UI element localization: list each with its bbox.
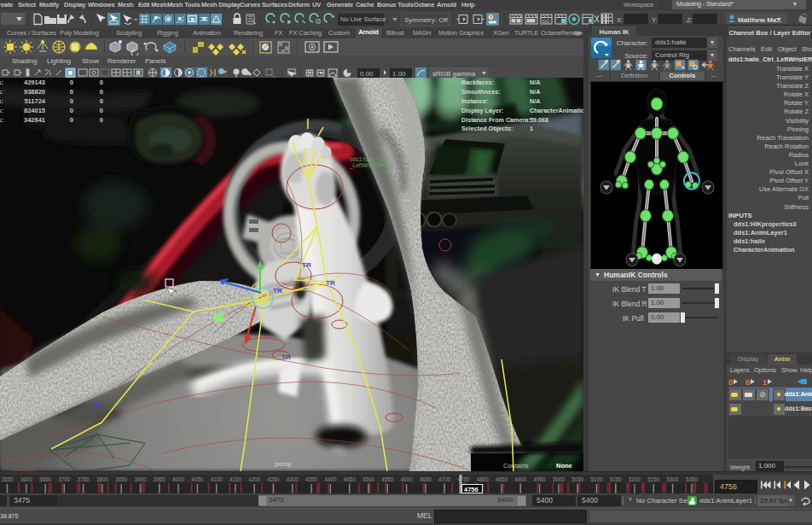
svg-text:5050: 5050: [571, 476, 584, 482]
svg-text:5000: 5000: [553, 476, 566, 482]
svg-text:3550: 3550: [1, 476, 14, 482]
svg-text:4600: 4600: [401, 476, 414, 482]
svg-text:0: 0: [728, 378, 733, 387]
svg-text:1.00: 1.00: [392, 70, 406, 78]
svg-text:3650: 3650: [39, 476, 52, 482]
svg-text:5150: 5150: [610, 476, 623, 482]
svg-text:3900: 3900: [134, 476, 147, 482]
svg-text:Y:: Y:: [652, 16, 658, 24]
svg-text:No Live Surface: No Live Surface: [340, 15, 386, 23]
svg-text:1: 1: [763, 378, 767, 387]
svg-text:4950: 4950: [534, 476, 547, 482]
svg-text:_LeftWristEffector: _LeftWristEffector: [349, 162, 394, 169]
svg-text:5250: 5250: [647, 476, 660, 482]
svg-text:4100: 4100: [211, 476, 223, 482]
svg-text:4900: 4900: [514, 476, 527, 482]
svg-text:4350: 4350: [305, 476, 318, 482]
svg-text:4850: 4850: [496, 476, 508, 482]
svg-text:Z:: Z:: [687, 16, 693, 24]
svg-text:4000: 4000: [172, 476, 185, 482]
svg-text:Symmetry: Off: Symmetry: Off: [404, 16, 449, 24]
svg-text:4300: 4300: [287, 476, 299, 482]
svg-text:X:: X:: [617, 16, 624, 24]
svg-text:3950: 3950: [154, 476, 166, 482]
svg-text:5300: 5300: [667, 476, 680, 482]
svg-text:DG: DG: [542, 19, 549, 24]
svg-text:TR: TR: [302, 261, 311, 269]
svg-text:4250: 4250: [267, 476, 280, 482]
svg-text:4450: 4450: [344, 476, 357, 482]
svg-text:Matthew Ma...: Matthew Ma...: [738, 16, 782, 24]
svg-text:4200: 4200: [248, 476, 261, 482]
svg-text:3700: 3700: [58, 476, 71, 482]
svg-text:TR: TR: [92, 401, 102, 409]
svg-text:5350: 5350: [686, 476, 699, 482]
svg-text:3850: 3850: [115, 476, 128, 482]
svg-text:0.00: 0.00: [360, 70, 374, 78]
svg-text:TR: TR: [281, 353, 291, 361]
svg-text:5100: 5100: [590, 476, 603, 482]
svg-text:0: 0: [745, 378, 750, 387]
svg-text:5200: 5200: [629, 476, 641, 482]
svg-text:4756: 4756: [464, 486, 478, 493]
svg-text:sRGB gamma: sRGB gamma: [432, 70, 476, 78]
svg-text:3600: 3600: [20, 476, 33, 482]
svg-text:3750: 3750: [78, 476, 90, 482]
svg-text:TR: TR: [326, 279, 335, 287]
svg-text:4150: 4150: [229, 476, 242, 482]
svg-text:4700: 4700: [438, 476, 451, 482]
svg-text:4500: 4500: [362, 476, 375, 482]
svg-text:4550: 4550: [381, 476, 394, 482]
svg-text:4800: 4800: [477, 476, 490, 482]
svg-text:4050: 4050: [191, 476, 204, 482]
svg-text:4650: 4650: [420, 476, 432, 482]
svg-text:4400: 4400: [324, 476, 337, 482]
svg-text:3800: 3800: [96, 476, 109, 482]
svg-text:TR: TR: [273, 287, 282, 295]
